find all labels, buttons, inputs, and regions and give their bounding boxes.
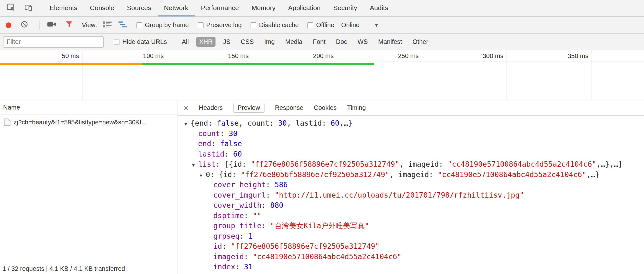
tree-row[interactable]: id: "ff276e8056f58896e7cf92505a312749": [178, 241, 644, 252]
clear-button[interactable]: [20, 20, 28, 30]
filter-type-manifest[interactable]: Manifest: [375, 37, 405, 47]
expand-arrow-icon[interactable]: ▼: [199, 170, 206, 181]
tab-application[interactable]: Application: [282, 0, 327, 16]
filter-type-css[interactable]: CSS: [238, 37, 257, 47]
json-punctuation: :: [235, 263, 244, 271]
network-main-area: Name zj?ch=beauty&t1=595&listtype=new&sn…: [0, 100, 644, 274]
json-punctuation: {end:: [191, 119, 217, 127]
device-toolbar-button[interactable]: [20, 0, 37, 16]
filter-input[interactable]: [3, 36, 104, 48]
tab-performance[interactable]: Performance: [195, 0, 245, 16]
detail-tab-headers[interactable]: Headers: [199, 104, 223, 111]
tab-security[interactable]: Security: [327, 0, 363, 16]
json-key: dsptime: [213, 211, 244, 220]
detail-tab-timing[interactable]: Timing: [347, 104, 366, 111]
tree-row[interactable]: cover_height: 586: [178, 180, 644, 190]
tree-row[interactable]: grpseq: 1: [178, 231, 644, 241]
disable-cache-option[interactable]: Disable cache: [251, 21, 299, 29]
tree-row[interactable]: count: 30: [178, 128, 644, 139]
detail-tab-response[interactable]: Response: [275, 104, 303, 111]
group-by-frame-option[interactable]: Group by frame: [137, 21, 189, 29]
json-value-string: "cc48190e57100864abc4d55a2c4104c6": [253, 253, 402, 261]
tree-row[interactable]: ▼0: {id: "ff276e8056f58896e7cf92505a3127…: [178, 170, 644, 180]
json-key: lastid: [198, 150, 224, 158]
network-overview-timeline[interactable]: 50 ms 100 ms 150 ms 200 ms 250 ms 300 ms…: [0, 50, 644, 100]
json-punctuation: , lastid:: [287, 119, 331, 127]
json-key: cover_imgurl: [213, 191, 266, 199]
tree-row[interactable]: cover_imgurl: "http://i1.umei.cc/uploads…: [178, 190, 644, 200]
tree-row[interactable]: ▼list: [{id: "ff276e8056f58896e7cf92505a…: [178, 159, 644, 170]
offline-checkbox[interactable]: [307, 22, 313, 28]
devtools-tabbar: Elements Console Sources Network Perform…: [0, 0, 644, 17]
request-row[interactable]: zj?ch=beauty&t1=595&listtype=new&sn=30&l…: [0, 115, 178, 129]
record-button[interactable]: [6, 22, 11, 28]
json-punctuation: , count:: [239, 119, 278, 127]
disable-cache-label: Disable cache: [259, 21, 299, 29]
timeline-gridline: [337, 50, 337, 100]
filter-type-media[interactable]: Media: [282, 37, 305, 47]
timeline-gridline: [252, 50, 252, 100]
tab-network[interactable]: Network: [158, 0, 195, 16]
tab-audits[interactable]: Audits: [363, 0, 394, 16]
filter-type-other[interactable]: Other: [410, 37, 431, 47]
tree-row[interactable]: index: 31: [178, 262, 644, 272]
detail-tab-preview[interactable]: Preview: [233, 103, 264, 113]
detail-tab-cookies[interactable]: Cookies: [314, 104, 337, 111]
overview-toggle-button[interactable]: [118, 21, 128, 30]
requests-summary-text: 1 / 32 requests | 4.1 KB / 4.1 KB transf…: [3, 265, 125, 272]
filter-type-doc[interactable]: Doc: [333, 37, 350, 47]
json-value-number: 30: [229, 129, 238, 138]
inspect-element-button[interactable]: [3, 0, 20, 16]
device-toolbar-icon: [24, 3, 33, 13]
filter-type-all[interactable]: All: [179, 37, 191, 47]
json-punctuation: :: [261, 222, 270, 230]
expand-arrow-icon[interactable]: ▼: [191, 160, 198, 170]
hide-data-urls-option[interactable]: Hide data URLs: [114, 38, 167, 45]
json-punctuation: : [{id:: [216, 160, 251, 168]
tab-elements[interactable]: Elements: [43, 0, 84, 16]
tree-row[interactable]: group_title: "台湾美女Kila户外唯美写真": [178, 221, 644, 231]
name-column-header[interactable]: Name: [0, 100, 178, 115]
filter-type-ws[interactable]: WS: [355, 37, 371, 47]
tree-row[interactable]: lastid: 60: [178, 149, 644, 159]
hide-data-urls-checkbox[interactable]: [114, 39, 119, 45]
preserve-log-checkbox[interactable]: [198, 22, 204, 28]
json-tree: ▼{end: false, count: 30, lastid: 60,…}co…: [178, 116, 644, 274]
tree-row[interactable]: ▼{end: false, count: 30, lastid: 60,…}: [178, 118, 644, 128]
json-punctuation: :: [261, 201, 270, 209]
tab-console[interactable]: Console: [84, 0, 121, 16]
filter-toggle-button[interactable]: [65, 21, 73, 29]
json-value-string: "http://i1.umei.cc/uploads/tu/201701/798…: [275, 191, 524, 199]
screenshot-capture-button[interactable]: [47, 21, 57, 30]
json-punctuation: ,…},…]: [596, 160, 623, 168]
large-rows-toggle-button[interactable]: [102, 21, 112, 30]
expand-arrow-icon[interactable]: ▼: [184, 119, 191, 129]
filter-type-img[interactable]: Img: [261, 37, 277, 47]
group-by-frame-checkbox[interactable]: [137, 22, 142, 28]
disable-cache-checkbox[interactable]: [251, 22, 256, 28]
close-icon[interactable]: ×: [184, 104, 188, 112]
offline-option[interactable]: Offline: [307, 21, 334, 29]
view-label: View:: [82, 21, 97, 29]
timeline-label: 300 ms: [459, 50, 503, 62]
tree-row[interactable]: imageid: "cc48190e57100864abc4d55a2c4104…: [178, 252, 644, 262]
request-detail-panel: × Headers Preview Response Cookies Timin…: [178, 100, 644, 274]
preserve-log-option[interactable]: Preserve log: [198, 21, 242, 29]
json-punctuation: :: [211, 140, 220, 148]
tab-memory[interactable]: Memory: [245, 0, 282, 16]
tree-row[interactable]: end: false: [178, 139, 644, 149]
json-value-number: 1: [248, 232, 253, 240]
timeline-separator: [0, 62, 644, 62]
json-value-string: "ff276e8056f58896e7cf92505a312749": [251, 160, 399, 168]
tree-row[interactable]: cover_width: 880: [178, 200, 644, 211]
throttling-dropdown[interactable]: Online ▼: [341, 21, 379, 29]
timeline-label: 100 ms: [119, 50, 164, 62]
tab-sources[interactable]: Sources: [121, 0, 158, 16]
json-key: group_title: [213, 222, 261, 230]
filter-type-js[interactable]: JS: [220, 37, 233, 47]
json-value-number: false: [220, 140, 242, 148]
filter-type-font[interactable]: Font: [310, 37, 328, 47]
tree-row[interactable]: dsptime: "": [178, 211, 644, 221]
json-punctuation: :: [222, 242, 231, 250]
filter-type-xhr[interactable]: XHR: [196, 37, 215, 47]
